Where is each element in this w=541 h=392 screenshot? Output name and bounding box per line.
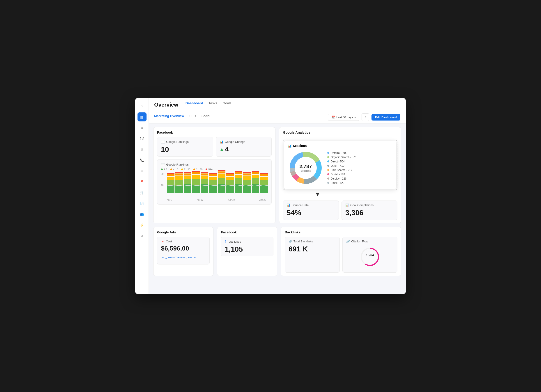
bounce-rate-label: Bounce Rate <box>292 203 309 207</box>
sub-tab-social[interactable]: Social <box>202 114 210 120</box>
bounce-rate-card: 📊 Bounce Rate 54% <box>283 201 339 220</box>
donut-center: 2,787 Sessions <box>299 164 312 172</box>
total-backlinks-label: Total Backlinks <box>293 240 313 243</box>
sub-nav-tabs: Marketing Overview SEO Social <box>154 114 210 120</box>
dot-social <box>327 173 329 175</box>
x-label-apr26: Apr 26 <box>260 199 266 201</box>
legend-dot-11-20 <box>181 169 183 170</box>
legend-direct: Direct - 564 <box>327 160 356 163</box>
sidebar-item-messages[interactable]: 💬 <box>137 134 146 143</box>
nav-tabs: Dashboard Tasks Goals <box>186 101 232 108</box>
sessions-title: Sessions <box>293 144 307 148</box>
legend-referral: Referral - 602 <box>327 151 356 155</box>
google-analytics-section: Google Analytics 📊 Sessions <box>279 127 401 223</box>
legend-email: Email - 122 <box>327 181 356 185</box>
sessions-dashed-box: 📊 Sessions <box>283 140 397 190</box>
dot-display <box>327 178 329 180</box>
tab-dashboard[interactable]: Dashboard <box>186 101 203 108</box>
sidebar-item-target[interactable]: ◎ <box>137 145 146 154</box>
legend-1-3: 1-3 <box>161 168 167 171</box>
sessions-legend: Referral - 602 Organic Search - 573 <box>327 151 356 185</box>
facebook-section-title: Facebook <box>157 130 272 134</box>
google-rankings-chart: 📊 Google Rankings 1-3 4-10 <box>157 159 272 205</box>
total-likes-card: f Total Likes 1,105 <box>221 237 273 256</box>
date-filter-button[interactable]: 📅 Last 30 days ▾ <box>328 114 359 121</box>
dashboard: Facebook 📊 Google Rankings 10 <box>149 124 406 294</box>
dot-other <box>327 165 329 167</box>
share-icon: ↗ <box>364 116 367 119</box>
sidebar-item-dashboard[interactable]: ▦ <box>137 112 146 121</box>
edit-dashboard-button[interactable]: Edit Dashboard <box>371 114 400 120</box>
main-content: Overview Dashboard Tasks Goals Marketing… <box>149 98 406 294</box>
sessions-chart-icon: 📊 <box>288 144 291 148</box>
sub-tab-seo[interactable]: SEO <box>189 114 196 120</box>
total-likes-label: Total Likes <box>227 240 241 243</box>
sidebar-item-email[interactable]: ✉ <box>137 166 146 175</box>
sidebar-item-integrations[interactable]: ⚡ <box>137 221 146 230</box>
total-backlinks-value: 691 K <box>289 245 336 253</box>
calendar-icon: 📅 <box>331 116 335 119</box>
chart-x-labels: Apr 5 Apr 12 Apr 19 Apr 26 <box>161 199 268 201</box>
citation-circle: 1,264 <box>346 245 394 270</box>
legend-51plus: 51+ <box>206 168 213 171</box>
citation-ring-svg: 1,264 <box>360 247 380 267</box>
dot-email <box>327 182 329 184</box>
facebook-bottom-title: Facebook <box>221 230 273 234</box>
sidebar-item-settings[interactable]: ⚙ <box>137 231 146 240</box>
facebook-icon: f <box>225 240 226 243</box>
sub-nav-actions: 📅 Last 30 days ▾ ↗ Edit Dashboard <box>328 113 400 121</box>
sessions-popup: 📊 Sessions <box>284 141 396 189</box>
sidebar-item-phone[interactable]: 📞 <box>137 156 146 165</box>
chart-bar-icon: 📊 <box>161 163 165 166</box>
sidebar-item-analytics[interactable]: ◉ <box>137 123 146 132</box>
backlinks-icon: 🔗 <box>289 240 292 243</box>
svg-text:1,264: 1,264 <box>366 253 374 257</box>
sidebar: ⌂ ▦ ◉ 💬 ◎ 📞 ✉ 📍 🛒 📄 👥 ⚡ ⚙ <box>135 98 149 294</box>
legend-dot-21-50 <box>193 169 195 170</box>
top-nav: Overview Dashboard Tasks Goals <box>149 98 406 111</box>
arrow-down-icon: ▼ <box>283 191 397 197</box>
tab-goals[interactable]: Goals <box>223 101 231 108</box>
goal-completions-value: 3,306 <box>345 209 394 217</box>
x-label-apr12: Apr 12 <box>197 199 203 201</box>
goal-completions-label: Goal Completions <box>350 203 374 207</box>
x-label-apr19: Apr 19 <box>228 199 235 201</box>
sub-tab-marketing[interactable]: Marketing Overview <box>154 114 184 120</box>
legend-other: Other - 410 <box>327 164 356 167</box>
legend-4-10: 4-10 <box>170 168 178 171</box>
google-change-card: 📊 Google Change ▲ 4 <box>216 137 272 157</box>
google-rankings-label: Google Rankings <box>166 140 189 144</box>
sessions-total: 2,787 <box>299 164 312 170</box>
sidebar-item-home[interactable]: ⌂ <box>137 102 146 111</box>
legend-11-20: 11-20 <box>181 168 190 171</box>
chevron-down-icon: ▾ <box>354 116 356 119</box>
goal-icon: 📊 <box>345 203 349 207</box>
sidebar-item-cart[interactable]: 🛒 <box>137 188 146 197</box>
sidebar-item-users[interactable]: 👥 <box>137 210 146 219</box>
share-button[interactable]: ↗ <box>362 113 369 121</box>
google-ads-section: Google Ads 🔺 Cost $6,596.00 <box>153 227 213 276</box>
total-likes-value: 1,105 <box>225 245 270 253</box>
ga-metrics-row: 📊 Bounce Rate 54% 📊 Goal Completions 3,3… <box>283 201 397 220</box>
cost-card: 🔺 Cost $6,596.00 <box>157 237 210 264</box>
citation-icon: 🔗 <box>346 240 350 243</box>
backlinks-title: Backlinks <box>285 230 397 234</box>
up-arrow-icon: ▲ <box>219 147 224 152</box>
cost-trend-chart <box>161 254 197 261</box>
backlinks-section: Backlinks 🔗 Total Backlinks 691 K <box>281 227 401 276</box>
ga-section-title: Google Analytics <box>283 130 397 134</box>
sidebar-item-document[interactable]: 📄 <box>137 199 146 208</box>
dot-paid <box>327 169 329 171</box>
google-rankings-card: 📊 Google Rankings 10 <box>157 137 213 157</box>
facebook-bottom-section: Facebook f Total Likes 1,105 <box>217 227 277 276</box>
cost-label: Cost <box>166 240 172 243</box>
tab-tasks[interactable]: Tasks <box>208 101 217 108</box>
citation-flow-card: 🔗 Citation Flow 1,264 <box>342 237 397 273</box>
sessions-container: 📊 Sessions <box>283 140 397 198</box>
sidebar-item-location[interactable]: 📍 <box>137 177 146 186</box>
chart-title: Google Rankings <box>166 163 189 166</box>
cost-value: $6,596.00 <box>161 245 206 252</box>
bounce-rate-icon: 📊 <box>287 203 290 207</box>
chart-legend: 1-3 4-10 11-20 <box>161 168 268 171</box>
legend-dot-51plus <box>206 169 207 170</box>
